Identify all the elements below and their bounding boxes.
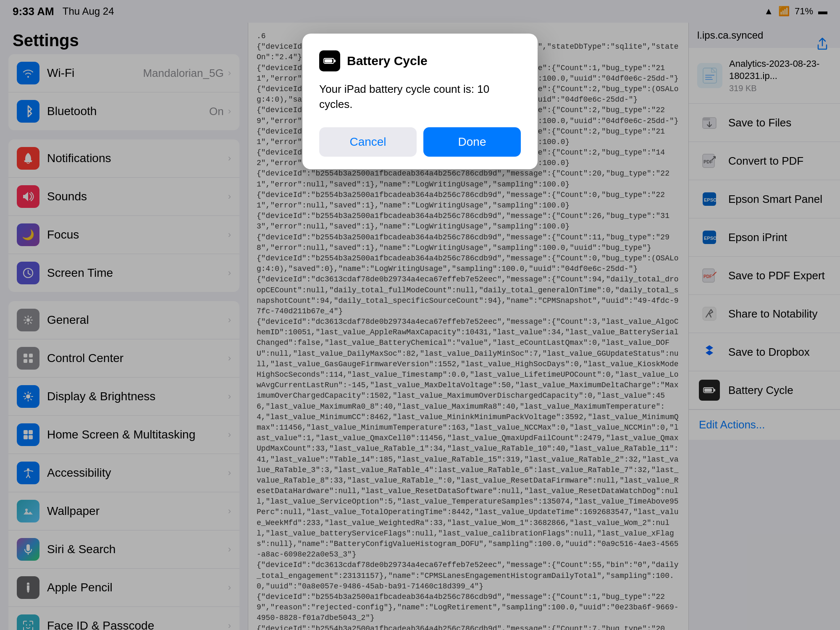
modal-title: Battery Cycle (347, 54, 428, 68)
modal-done-button[interactable]: Done (423, 127, 521, 157)
modal-overlay: Battery Cycle Your iPad battery cycle co… (0, 0, 840, 630)
modal-cancel-button[interactable]: Cancel (319, 127, 417, 157)
modal-header: Battery Cycle (319, 50, 521, 71)
modal-body: Your iPad battery cycle count is: 10 cyc… (319, 81, 521, 112)
svg-rect-41 (334, 60, 336, 62)
modal-icon (319, 50, 340, 71)
svg-rect-42 (325, 59, 332, 63)
modal-buttons: Cancel Done (319, 127, 521, 157)
modal-box: Battery Cycle Your iPad battery cycle co… (302, 34, 538, 169)
